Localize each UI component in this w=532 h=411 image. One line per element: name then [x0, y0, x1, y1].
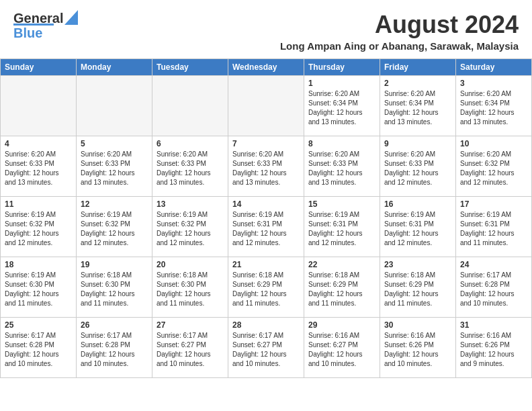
logo-blue: Blue [13, 26, 42, 41]
day-number: 26 [81, 320, 148, 330]
weekday-header-row: SundayMondayTuesdayWednesdayThursdayFrid… [1, 59, 532, 76]
logo: General Blue [13, 11, 78, 41]
day-cell-8: 8 Sunrise: 6:20 AM Sunset: 6:33 PM Dayli… [304, 136, 380, 197]
day-cell-18: 18 Sunrise: 6:19 AM Sunset: 6:30 PM Dayl… [1, 257, 77, 318]
day-cell-11: 11 Sunrise: 6:19 AM Sunset: 6:32 PM Dayl… [1, 197, 77, 257]
empty-cell [77, 76, 152, 136]
day-number: 14 [232, 199, 300, 209]
day-number: 16 [384, 199, 451, 209]
day-cell-7: 7 Sunrise: 6:20 AM Sunset: 6:33 PM Dayli… [228, 136, 304, 197]
empty-cell [228, 76, 304, 136]
day-cell-14: 14 Sunrise: 6:19 AM Sunset: 6:31 PM Dayl… [228, 197, 304, 257]
month-title: August 2024 [280, 11, 519, 39]
day-info: Sunrise: 6:19 AM Sunset: 6:32 PM Dayligh… [81, 210, 148, 248]
day-cell-6: 6 Sunrise: 6:20 AM Sunset: 6:33 PM Dayli… [152, 136, 228, 197]
day-number: 31 [460, 320, 527, 330]
day-number: 11 [5, 199, 72, 209]
day-number: 30 [384, 320, 451, 330]
day-number: 27 [157, 320, 224, 330]
day-info: Sunrise: 6:18 AM Sunset: 6:30 PM Dayligh… [81, 271, 148, 308]
day-info: Sunrise: 6:18 AM Sunset: 6:29 PM Dayligh… [232, 271, 300, 308]
day-cell-4: 4 Sunrise: 6:20 AM Sunset: 6:33 PM Dayli… [1, 136, 77, 197]
week-row-1: 1 Sunrise: 6:20 AM Sunset: 6:34 PM Dayli… [1, 76, 532, 136]
day-number: 22 [308, 260, 375, 269]
day-info: Sunrise: 6:18 AM Sunset: 6:29 PM Dayligh… [308, 271, 375, 308]
day-number: 13 [157, 199, 224, 209]
weekday-header-monday: Monday [77, 59, 152, 76]
day-info: Sunrise: 6:19 AM Sunset: 6:31 PM Dayligh… [384, 210, 451, 248]
day-number: 24 [460, 260, 527, 269]
day-info: Sunrise: 6:19 AM Sunset: 6:31 PM Dayligh… [308, 210, 375, 248]
day-number: 15 [308, 199, 375, 209]
day-info: Sunrise: 6:17 AM Sunset: 6:27 PM Dayligh… [232, 331, 300, 369]
day-number: 1 [308, 79, 375, 88]
page-header: General Blue August 2024 Long Ampan Aing… [0, 0, 532, 54]
week-row-5: 25 Sunrise: 6:17 AM Sunset: 6:28 PM Dayl… [1, 318, 532, 378]
day-number: 20 [157, 260, 224, 269]
day-cell-5: 5 Sunrise: 6:20 AM Sunset: 6:33 PM Dayli… [77, 136, 152, 197]
day-info: Sunrise: 6:20 AM Sunset: 6:33 PM Dayligh… [308, 150, 375, 187]
day-info: Sunrise: 6:18 AM Sunset: 6:29 PM Dayligh… [384, 271, 451, 308]
day-info: Sunrise: 6:18 AM Sunset: 6:30 PM Dayligh… [157, 271, 224, 308]
day-cell-30: 30 Sunrise: 6:16 AM Sunset: 6:26 PM Dayl… [380, 318, 456, 378]
day-cell-27: 27 Sunrise: 6:17 AM Sunset: 6:27 PM Dayl… [152, 318, 228, 378]
day-cell-3: 3 Sunrise: 6:20 AM Sunset: 6:34 PM Dayli… [456, 76, 532, 136]
day-number: 21 [232, 260, 300, 269]
day-info: Sunrise: 6:20 AM Sunset: 6:33 PM Dayligh… [81, 150, 148, 187]
weekday-header-thursday: Thursday [304, 59, 380, 76]
day-info: Sunrise: 6:20 AM Sunset: 6:34 PM Dayligh… [384, 89, 451, 127]
day-info: Sunrise: 6:19 AM Sunset: 6:31 PM Dayligh… [232, 210, 300, 248]
day-info: Sunrise: 6:16 AM Sunset: 6:26 PM Dayligh… [384, 331, 451, 369]
day-number: 23 [384, 260, 451, 269]
svg-marker-0 [64, 10, 78, 25]
weekday-header-saturday: Saturday [456, 59, 532, 76]
day-info: Sunrise: 6:20 AM Sunset: 6:33 PM Dayligh… [384, 150, 451, 187]
day-cell-17: 17 Sunrise: 6:19 AM Sunset: 6:31 PM Dayl… [456, 197, 532, 257]
day-number: 7 [232, 139, 300, 148]
day-number: 28 [232, 320, 300, 330]
day-info: Sunrise: 6:20 AM Sunset: 6:34 PM Dayligh… [308, 89, 375, 127]
day-number: 8 [308, 139, 375, 148]
week-row-3: 11 Sunrise: 6:19 AM Sunset: 6:32 PM Dayl… [1, 197, 532, 257]
day-info: Sunrise: 6:16 AM Sunset: 6:26 PM Dayligh… [460, 331, 527, 369]
day-cell-19: 19 Sunrise: 6:18 AM Sunset: 6:30 PM Dayl… [77, 257, 152, 318]
day-cell-20: 20 Sunrise: 6:18 AM Sunset: 6:30 PM Dayl… [152, 257, 228, 318]
day-info: Sunrise: 6:17 AM Sunset: 6:28 PM Dayligh… [460, 271, 527, 308]
week-row-2: 4 Sunrise: 6:20 AM Sunset: 6:33 PM Dayli… [1, 136, 532, 197]
day-info: Sunrise: 6:19 AM Sunset: 6:32 PM Dayligh… [5, 210, 72, 248]
day-info: Sunrise: 6:20 AM Sunset: 6:33 PM Dayligh… [232, 150, 300, 187]
day-number: 29 [308, 320, 375, 330]
day-info: Sunrise: 6:19 AM Sunset: 6:32 PM Dayligh… [157, 210, 224, 248]
day-number: 9 [384, 139, 451, 148]
day-number: 18 [5, 260, 72, 269]
day-number: 3 [460, 79, 527, 88]
day-cell-31: 31 Sunrise: 6:16 AM Sunset: 6:26 PM Dayl… [456, 318, 532, 378]
calendar-table: SundayMondayTuesdayWednesdayThursdayFrid… [0, 58, 532, 378]
logo-icon [64, 10, 78, 25]
day-cell-28: 28 Sunrise: 6:17 AM Sunset: 6:27 PM Dayl… [228, 318, 304, 378]
empty-cell [1, 76, 77, 136]
day-cell-9: 9 Sunrise: 6:20 AM Sunset: 6:33 PM Dayli… [380, 136, 456, 197]
day-info: Sunrise: 6:20 AM Sunset: 6:34 PM Dayligh… [460, 89, 527, 127]
day-number: 19 [81, 260, 148, 269]
day-number: 17 [460, 199, 527, 209]
weekday-header-tuesday: Tuesday [152, 59, 228, 76]
day-number: 25 [5, 320, 72, 330]
day-info: Sunrise: 6:17 AM Sunset: 6:28 PM Dayligh… [5, 331, 72, 369]
day-number: 10 [460, 139, 527, 148]
day-number: 6 [157, 139, 224, 148]
day-info: Sunrise: 6:17 AM Sunset: 6:28 PM Dayligh… [81, 331, 148, 369]
day-cell-2: 2 Sunrise: 6:20 AM Sunset: 6:34 PM Dayli… [380, 76, 456, 136]
day-info: Sunrise: 6:17 AM Sunset: 6:27 PM Dayligh… [157, 331, 224, 369]
day-cell-21: 21 Sunrise: 6:18 AM Sunset: 6:29 PM Dayl… [228, 257, 304, 318]
day-number: 12 [81, 199, 148, 209]
day-number: 4 [5, 139, 72, 148]
day-cell-22: 22 Sunrise: 6:18 AM Sunset: 6:29 PM Dayl… [304, 257, 380, 318]
day-cell-24: 24 Sunrise: 6:17 AM Sunset: 6:28 PM Dayl… [456, 257, 532, 318]
day-info: Sunrise: 6:19 AM Sunset: 6:30 PM Dayligh… [5, 271, 72, 308]
day-info: Sunrise: 6:16 AM Sunset: 6:27 PM Dayligh… [308, 331, 375, 369]
weekday-header-sunday: Sunday [1, 59, 77, 76]
day-cell-12: 12 Sunrise: 6:19 AM Sunset: 6:32 PM Dayl… [77, 197, 152, 257]
location-title: Long Ampan Aing or Abanang, Sarawak, Mal… [280, 40, 519, 52]
empty-cell [152, 76, 228, 136]
